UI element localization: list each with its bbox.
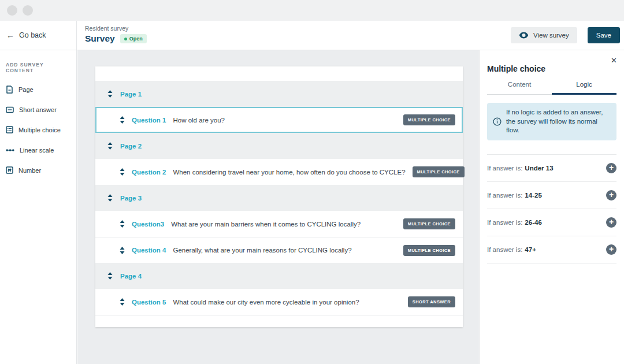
question-text: What are your main barriers when it come… xyxy=(171,221,361,228)
panel-tabs: Content Logic xyxy=(487,81,616,95)
window-dot xyxy=(7,5,17,16)
plus-icon: + xyxy=(609,218,614,226)
go-back-button[interactable]: ← Go back xyxy=(0,21,77,50)
plus-icon: + xyxy=(609,164,614,172)
status-label: Open xyxy=(129,36,143,42)
page-label: Page 4 xyxy=(120,273,142,280)
sidebar-add-content: ADD SURVEY CONTENT Page Short answer Mul… xyxy=(0,50,77,364)
drag-handle-icon[interactable] xyxy=(107,194,113,202)
page-title: Survey xyxy=(85,34,115,44)
logic-prefix: If answer is: xyxy=(487,219,522,226)
breadcrumb: Resident survey xyxy=(85,25,147,32)
question-type-badge: SHORT ANSWER xyxy=(408,296,455,307)
logic-info-banner: If no logic is added to an answer, the s… xyxy=(487,103,616,140)
question-text: How old are you? xyxy=(173,117,225,124)
view-survey-label: View survey xyxy=(533,32,569,39)
sidebar-item-multiple-choice[interactable]: Multiple choice xyxy=(0,120,76,140)
back-arrow-icon: ← xyxy=(6,31,14,39)
question-label: Question3 xyxy=(132,221,164,228)
drag-handle-icon[interactable] xyxy=(120,116,125,124)
question-row[interactable]: Question 5 What could make our city even… xyxy=(95,289,463,315)
question-text: When considering travel near your home, … xyxy=(173,169,405,176)
question-label: Question 4 xyxy=(132,247,166,254)
tab-content[interactable]: Content xyxy=(487,81,552,95)
question-type-badge: MULTIPLE CHOICE xyxy=(403,218,455,229)
drag-handle-icon[interactable] xyxy=(120,298,125,306)
question-label: Question 2 xyxy=(132,169,166,176)
logic-prefix: If answer is: xyxy=(487,192,522,199)
status-dot-icon xyxy=(124,38,127,40)
app-header: ← Go back Resident survey Survey Open Vi… xyxy=(0,21,624,50)
page-row[interactable]: Page 4 xyxy=(95,263,463,289)
drag-handle-icon[interactable] xyxy=(120,220,125,228)
number-icon xyxy=(6,166,13,174)
page-label: Page 3 xyxy=(120,195,142,202)
plus-icon: + xyxy=(609,245,614,253)
logic-prefix: If answer is: xyxy=(487,246,522,253)
question-row[interactable]: Question 4 Generally, what are your main… xyxy=(95,237,463,263)
page-label: Page 1 xyxy=(120,91,142,98)
question-type-badge: MULTIPLE CHOICE xyxy=(403,245,455,256)
tab-logic[interactable]: Logic xyxy=(552,81,616,95)
logic-rule-row: If answer is: 26-46 + xyxy=(487,209,616,236)
card-top-spacer xyxy=(95,66,463,81)
question-label: Question 1 xyxy=(132,117,166,124)
question-settings-panel: ✕ Multiple choice Content Logic If no lo… xyxy=(479,50,624,364)
logic-answer: 47+ xyxy=(525,246,536,253)
sidebar-item-label: Multiple choice xyxy=(18,127,61,133)
question-type-badge: MULTIPLE CHOICE xyxy=(413,166,465,177)
drag-handle-icon[interactable] xyxy=(107,272,113,280)
short-answer-icon xyxy=(6,106,14,113)
add-logic-button[interactable]: + xyxy=(606,217,616,228)
app-window: ← Go back Resident survey Survey Open Vi… xyxy=(0,0,624,364)
logic-rule-row: If answer is: Under 13 + xyxy=(487,154,616,182)
page-row[interactable]: Page 3 xyxy=(95,185,463,211)
drag-handle-icon[interactable] xyxy=(120,247,125,254)
page-row[interactable]: Page 2 xyxy=(95,133,463,159)
multiple-choice-icon xyxy=(6,126,13,133)
logic-info-text: If no logic is added to an answer, the s… xyxy=(506,108,611,135)
question-row[interactable]: Question3 What are your main barriers wh… xyxy=(95,211,463,237)
window-dot xyxy=(23,5,33,16)
drag-handle-icon[interactable] xyxy=(107,90,113,98)
question-text: Generally, what are your main reasons fo… xyxy=(173,247,351,254)
logic-rule-row: If answer is: 14-25 + xyxy=(487,182,616,209)
add-logic-button[interactable]: + xyxy=(606,190,616,200)
status-badge: Open xyxy=(120,34,147,43)
sidebar-item-label: Page xyxy=(18,86,34,93)
info-icon xyxy=(493,117,502,126)
linear-scale-icon xyxy=(6,148,14,153)
go-back-label: Go back xyxy=(19,31,46,39)
plus-icon: + xyxy=(609,191,614,199)
eye-icon xyxy=(519,32,529,39)
survey-structure-card: Page 1 Question 1 How old are you? MULTI… xyxy=(95,66,463,327)
header-actions: View survey Save xyxy=(511,21,620,50)
logic-prefix: If answer is: xyxy=(487,165,522,172)
logic-answer: Under 13 xyxy=(525,165,553,172)
survey-builder-canvas: Page 1 Question 1 How old are you? MULTI… xyxy=(77,50,479,364)
sidebar-item-number[interactable]: Number xyxy=(0,160,76,180)
logic-rule-row: If answer is: 47+ + xyxy=(487,236,616,263)
save-button[interactable]: Save xyxy=(588,27,620,43)
sidebar-item-label: Short answer xyxy=(19,106,57,113)
card-bottom-spacer xyxy=(95,315,463,327)
window-titlebar xyxy=(0,0,624,21)
question-row[interactable]: Question 2 When considering travel near … xyxy=(95,159,463,185)
sidebar-item-short-answer[interactable]: Short answer xyxy=(0,99,76,120)
drag-handle-icon[interactable] xyxy=(120,168,125,176)
page-row[interactable]: Page 1 xyxy=(95,81,463,107)
add-logic-button[interactable]: + xyxy=(606,163,616,173)
question-type-badge: MULTIPLE CHOICE xyxy=(403,114,455,125)
sidebar-item-page[interactable]: Page xyxy=(0,79,76,99)
title-block: Resident survey Survey Open xyxy=(85,25,147,44)
question-row[interactable]: Question 1 How old are you? MULTIPLE CHO… xyxy=(95,107,463,133)
close-icon[interactable]: ✕ xyxy=(611,57,617,64)
logic-answer: 26-46 xyxy=(525,219,541,226)
sidebar-heading: ADD SURVEY CONTENT xyxy=(0,50,76,79)
sidebar-item-linear-scale[interactable]: Linear scale xyxy=(0,140,76,160)
drag-handle-icon[interactable] xyxy=(107,142,113,150)
add-logic-button[interactable]: + xyxy=(606,244,616,255)
sidebar-item-label: Number xyxy=(18,167,41,174)
view-survey-button[interactable]: View survey xyxy=(511,27,577,43)
panel-title: Multiple choice xyxy=(487,64,616,73)
